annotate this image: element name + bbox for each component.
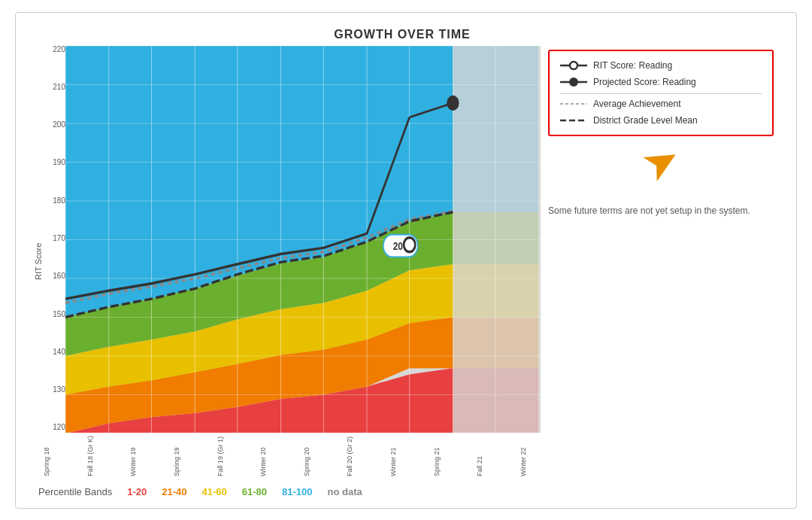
band-nodata: no data [328, 486, 362, 497]
x-label: Winter 22 [520, 436, 541, 476]
chart-area: RIT Score 120 130 140 150 160 170 180 19… [31, 46, 541, 477]
avg-achievement-label: Average Achievement [593, 99, 681, 109]
y-tick: 140 [43, 348, 65, 356]
projected-score-label: Projected Score: Reading [593, 77, 696, 87]
band-41-60: 41-60 [202, 486, 227, 497]
y-tick: 160 [43, 272, 65, 280]
future-terms-note: Some future terms are not yet setup in t… [548, 204, 774, 217]
y-tick: 190 [43, 159, 65, 166]
svg-point-34 [447, 96, 459, 110]
legend-item-projected: Projected Score: Reading [560, 77, 762, 87]
svg-point-33 [404, 237, 415, 251]
legend-separator [560, 93, 762, 94]
y-tick: 150 [43, 311, 65, 318]
legend-item-rit: RIT Score: Reading [560, 60, 762, 71]
x-label: Winter 19 [129, 436, 150, 476]
svg-point-38 [570, 78, 577, 86]
rit-score-icon [560, 60, 587, 71]
district-mean-icon [560, 115, 587, 126]
chart-svg: 207 [65, 46, 541, 433]
chart-plot: 207 [65, 46, 541, 433]
x-label: Spring 19 [173, 436, 194, 476]
x-label: Fall 18 (Gr K) [86, 436, 108, 476]
chart-with-yaxis: 120 130 140 150 160 170 180 190 200 210 … [43, 46, 541, 433]
x-label: Fall 21 [476, 436, 497, 476]
band-81-100: 81-100 [282, 486, 312, 497]
legend-item-district: District Grade Level Mean [560, 115, 762, 126]
district-mean-label: District Grade Level Mean [593, 115, 698, 126]
y-tick: 130 [43, 386, 65, 394]
x-label: Spring 20 [303, 436, 324, 476]
y-tick: 120 [43, 424, 65, 431]
rit-score-label: RIT Score: Reading [593, 60, 672, 71]
band-1-20: 1-20 [127, 486, 147, 497]
chart-inner: 120 130 140 150 160 170 180 190 200 210 … [43, 46, 541, 477]
x-label: Winter 20 [259, 436, 280, 476]
main-content: RIT Score 120 130 140 150 160 170 180 19… [31, 46, 774, 477]
projected-score-icon [560, 77, 587, 87]
y-tick: 210 [43, 84, 65, 91]
percentile-bands-label: Percentile Bands [38, 486, 112, 497]
y-ticks: 120 130 140 150 160 170 180 190 200 210 … [43, 46, 65, 433]
y-tick: 170 [43, 235, 65, 242]
svg-point-36 [570, 62, 577, 69]
chart-title: GROWTH OVER TIME [31, 28, 774, 41]
x-label: Winter 21 [389, 436, 411, 476]
percentile-row: Percentile Bands 1-20 21-40 41-60 61-80 … [31, 477, 774, 500]
band-61-80: 61-80 [242, 486, 267, 497]
x-label: Spring 18 [43, 436, 64, 476]
arrow-area: ➤ [548, 144, 774, 196]
legend-box: RIT Score: Reading Projected Score: Read… [548, 50, 774, 136]
x-labels: Spring 18 Fall 18 (Gr K) Winter 19 Sprin… [43, 436, 541, 476]
y-tick: 200 [43, 121, 65, 129]
right-panel: RIT Score: Reading Projected Score: Read… [548, 46, 774, 477]
band-21-40: 21-40 [162, 486, 186, 497]
legend-item-avg: Average Achievement [560, 99, 762, 109]
x-label: Spring 21 [433, 436, 454, 476]
arrow-icon: ➤ [634, 132, 687, 189]
y-tick: 220 [43, 46, 65, 53]
avg-achievement-icon [560, 99, 587, 109]
x-label: Fall 20 (Gr 2) [346, 436, 367, 476]
y-axis-label: RIT Score [31, 46, 43, 477]
x-label: Fall 19 (Gr 1) [217, 436, 238, 476]
y-tick: 180 [43, 197, 65, 205]
chart-container: GROWTH OVER TIME RIT Score 120 130 140 1… [15, 12, 797, 509]
